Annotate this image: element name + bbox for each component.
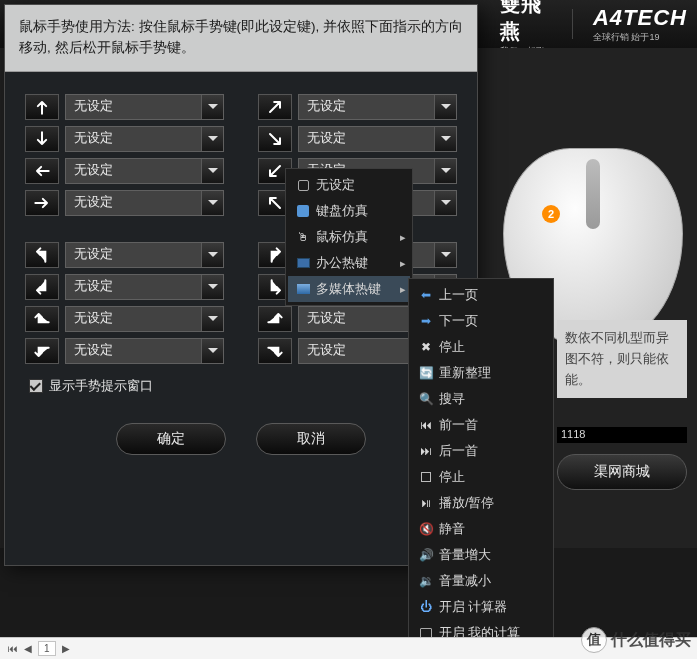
gesture-action-dropdown[interactable]: 无设定 <box>65 158 224 184</box>
menu-item-label: 键盘仿真 <box>316 203 406 220</box>
chevron-down-icon[interactable] <box>434 95 456 119</box>
dropdown-value: 无设定 <box>307 130 346 147</box>
gesture-row: 无设定 <box>25 306 224 332</box>
mall-button[interactable]: 渠网商城 <box>557 454 687 490</box>
gesture-action-menu[interactable]: 无设定键盘仿真🖱鼠标仿真办公热键多媒体热键 <box>285 168 413 306</box>
chevron-down-icon[interactable] <box>201 127 223 151</box>
submenu-item-label: 开启 计算器 <box>439 599 547 616</box>
multimedia-submenu[interactable]: ⬅上一页➡下一页✖停止🔄重新整理🔍搜寻⏮前一首⏭后一首停止⏯播放/暂停🔇静音🔊音… <box>408 278 554 650</box>
submenu-item-label: 音量增大 <box>439 547 547 564</box>
watermark: 值 什么值得买 <box>581 627 691 653</box>
submenu-item-play-pause[interactable]: ⏯播放/暂停 <box>411 490 551 516</box>
gesture-action-dropdown[interactable]: 无设定 <box>65 338 224 364</box>
gesture-action-dropdown[interactable]: 无设定 <box>65 94 224 120</box>
brand-en-logo: A4TECH <box>593 5 687 31</box>
gesture-row: 无设定 <box>25 94 224 120</box>
gesture-action-dropdown[interactable]: 无设定 <box>65 274 224 300</box>
submenu-item-label: 停止 <box>439 469 547 486</box>
arrow-left-icon <box>25 158 59 184</box>
dropdown-value: 无设定 <box>307 98 346 115</box>
hook-down-left-icon <box>25 274 59 300</box>
chevron-down-icon[interactable] <box>201 275 223 299</box>
mouse-badge-2: 2 <box>542 205 560 223</box>
submenu-item-next-page[interactable]: ➡下一页 <box>411 308 551 334</box>
menu-item-label: 鼠标仿真 <box>316 229 394 246</box>
gesture-row: 无设定 <box>258 94 457 120</box>
brand-cn-logo: 雙飛燕 <box>500 0 552 45</box>
dropdown-value: 无设定 <box>74 246 113 263</box>
submenu-item-label: 下一页 <box>439 313 547 330</box>
hook-up-left-icon <box>25 242 59 268</box>
menu-item-office[interactable]: 办公热键 <box>288 250 410 276</box>
menu-item-label: 无设定 <box>316 177 406 194</box>
show-hint-checkbox-row[interactable]: 显示手势提示窗口 <box>5 368 477 405</box>
nav-prev-icon[interactable]: ◀ <box>24 643 32 654</box>
nexttrk-icon: ⏭ <box>415 444 437 458</box>
menu-item-label: 多媒体热键 <box>316 281 394 298</box>
chevron-down-icon[interactable] <box>434 191 456 215</box>
submenu-item-prev-page[interactable]: ⬅上一页 <box>411 282 551 308</box>
menu-item-multimedia[interactable]: 多媒体热键 <box>288 276 410 302</box>
menu-item-mouse[interactable]: 🖱鼠标仿真 <box>288 224 410 250</box>
gesture-row: 无设定 <box>258 126 457 152</box>
chevron-down-icon[interactable] <box>201 339 223 363</box>
chevron-down-icon[interactable] <box>201 191 223 215</box>
chevron-down-icon[interactable] <box>201 307 223 331</box>
ok-button[interactable]: 确定 <box>116 423 226 455</box>
submenu-item-next-track[interactable]: ⏭后一首 <box>411 438 551 464</box>
submenu-item-prev-track[interactable]: ⏮前一首 <box>411 412 551 438</box>
menu-item-none[interactable]: 无设定 <box>288 172 410 198</box>
chevron-down-icon[interactable] <box>434 159 456 183</box>
submenu-item-mute[interactable]: 🔇静音 <box>411 516 551 542</box>
hook-right-down-icon <box>258 338 292 364</box>
none-icon <box>292 180 314 191</box>
dropdown-value: 无设定 <box>74 342 113 359</box>
arrow-right-icon <box>25 190 59 216</box>
page-indicator: 1 <box>38 641 56 656</box>
voldn-icon: 🔉 <box>415 574 437 588</box>
gesture-row: 无设定 <box>25 126 224 152</box>
chevron-down-icon[interactable] <box>201 95 223 119</box>
dropdown-value: 无设定 <box>74 194 113 211</box>
note-icon <box>292 258 314 268</box>
diag-down-right-icon <box>258 126 292 152</box>
refresh-icon: 🔄 <box>415 366 437 380</box>
chevron-down-icon[interactable] <box>434 127 456 151</box>
nav-next-icon[interactable]: ▶ <box>62 643 70 654</box>
chevron-down-icon[interactable] <box>434 243 456 267</box>
nav-first-icon[interactable]: ⏮ <box>8 643 18 654</box>
arrow-up-icon <box>25 94 59 120</box>
power-icon: ⏻ <box>415 600 437 614</box>
chevron-down-icon[interactable] <box>201 243 223 267</box>
submenu-item-stop[interactable]: ✖停止 <box>411 334 551 360</box>
submenu-item-vol-down[interactable]: 🔉音量减小 <box>411 568 551 594</box>
submenu-item-stop2[interactable]: 停止 <box>411 464 551 490</box>
dropdown-value: 无设定 <box>74 278 113 295</box>
gesture-action-dropdown[interactable]: 无设定 <box>65 126 224 152</box>
submenu-item-label: 停止 <box>439 339 547 356</box>
cancel-button[interactable]: 取消 <box>256 423 366 455</box>
submenu-item-open-calc[interactable]: ⏻开启 计算器 <box>411 594 551 620</box>
submenu-item-refresh[interactable]: 🔄重新整理 <box>411 360 551 386</box>
volup-icon: 🔊 <box>415 548 437 562</box>
dropdown-value: 无设定 <box>74 162 113 179</box>
gesture-row: 无设定 <box>25 190 224 216</box>
submenu-item-search[interactable]: 🔍搜寻 <box>411 386 551 412</box>
checkbox-icon[interactable] <box>29 379 43 393</box>
gesture-action-dropdown[interactable]: 无设定 <box>65 242 224 268</box>
gesture-action-dropdown[interactable]: 无设定 <box>298 126 457 152</box>
chevron-down-icon[interactable] <box>201 159 223 183</box>
fwd-icon: ➡ <box>415 314 437 328</box>
submenu-item-vol-up[interactable]: 🔊音量增大 <box>411 542 551 568</box>
gesture-action-dropdown[interactable]: 无设定 <box>65 306 224 332</box>
gesture-row: 无设定 <box>25 274 224 300</box>
menu-item-keyboard[interactable]: 键盘仿真 <box>288 198 410 224</box>
watermark-badge: 值 <box>581 627 607 653</box>
back-icon: ⬅ <box>415 288 437 302</box>
gesture-action-dropdown[interactable]: 无设定 <box>65 190 224 216</box>
dropdown-value: 无设定 <box>74 310 113 327</box>
stop2-icon <box>415 472 437 482</box>
gesture-action-dropdown[interactable]: 无设定 <box>298 94 457 120</box>
submenu-item-label: 静音 <box>439 521 547 538</box>
submenu-item-label: 播放/暂停 <box>439 495 547 512</box>
